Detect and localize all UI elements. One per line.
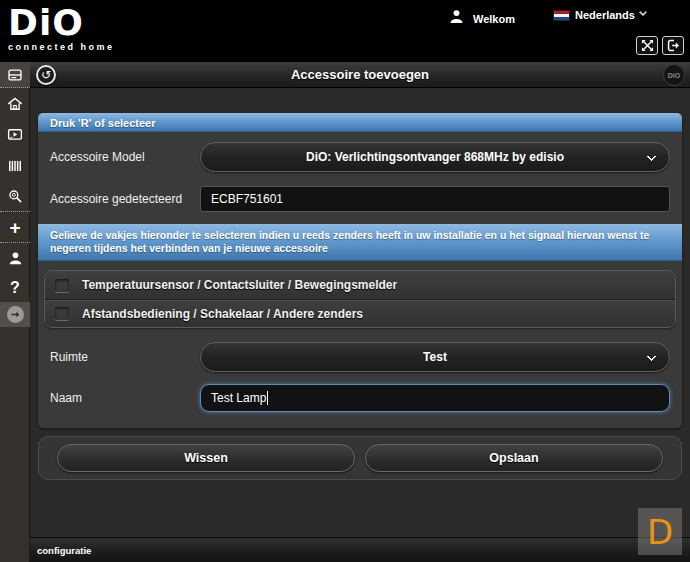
- user-icon: [7, 250, 24, 267]
- sidebar-item-detect[interactable]: [0, 181, 30, 212]
- save-button[interactable]: Opslaan: [365, 444, 663, 472]
- detected-id-value: ECBF751601: [211, 192, 283, 206]
- detected-id-field[interactable]: ECBF751601: [200, 186, 670, 212]
- welcome-area: Welkom: [448, 8, 515, 29]
- ignore-senders-group: Temperatuursensor / Contactsluiter / Bew…: [44, 270, 676, 328]
- model-value: DiO: Verlichtingsontvanger 868MHz by edi…: [306, 150, 564, 164]
- room-dropdown[interactable]: Test: [200, 342, 670, 372]
- name-row: Naam Test Lamp: [38, 384, 682, 428]
- room-value: Test: [423, 350, 447, 364]
- language-label: Nederlands: [575, 9, 635, 21]
- watermark-badge: D: [638, 508, 682, 555]
- action-buttons-panel: Wissen Opslaan: [38, 436, 682, 480]
- text-caret: [267, 391, 268, 405]
- sidebar-item-help[interactable]: ?: [0, 274, 30, 302]
- home-icon: [6, 95, 24, 113]
- hint-banner: Druk 'R' of selecteer: [38, 113, 682, 132]
- drive-icon: [6, 66, 24, 84]
- sensors-checkbox[interactable]: [55, 279, 69, 292]
- logout-icon: [667, 39, 680, 52]
- fullscreen-icon: [641, 39, 654, 52]
- user-avatar-icon: [448, 8, 465, 29]
- radiator-icon: [6, 157, 24, 175]
- detected-row: Accessoire gedetecteerd ECBF751601: [38, 186, 682, 212]
- footer-config-label: configuratie: [37, 545, 91, 556]
- room-label: Ruimte: [50, 350, 200, 364]
- chevron-down-icon: [647, 152, 657, 162]
- main-content: Druk 'R' of selecteer Accessoire Model D…: [30, 88, 690, 537]
- fullscreen-button[interactable]: [636, 36, 658, 55]
- sidebar-item-add-accessory[interactable]: +: [0, 212, 30, 243]
- logo-tagline: connected home: [8, 42, 115, 52]
- room-row: Ruimte Test: [38, 342, 682, 372]
- sidebar-item-heating[interactable]: [0, 150, 30, 181]
- sidebar-item-users[interactable]: [0, 243, 30, 274]
- logo-text: DiO: [8, 4, 115, 42]
- logout-button[interactable]: [662, 36, 684, 55]
- window-controls: [636, 36, 684, 55]
- page-header: ↺ Accessoire toevoegen DiO: [30, 62, 690, 88]
- add-icon: +: [9, 218, 20, 237]
- detected-label: Accessoire gedetecteerd: [50, 192, 200, 206]
- model-row: Accessoire Model DiO: Verlichtingsontvan…: [38, 142, 682, 172]
- footer-bar: configuratie: [30, 537, 690, 562]
- sidebar-item-next[interactable]: [0, 302, 30, 327]
- checkbox-row-sensors[interactable]: Temperatuursensor / Contactsluiter / Bew…: [45, 271, 675, 299]
- dio-badge-icon: DiO: [663, 64, 685, 86]
- model-dropdown[interactable]: DiO: Verlichtingsontvanger 868MHz by edi…: [200, 142, 670, 172]
- clear-button[interactable]: Wissen: [57, 444, 355, 472]
- remotes-checkbox[interactable]: [55, 307, 69, 320]
- language-selector[interactable]: Nederlands: [553, 9, 646, 21]
- top-header: DiO connected home Welkom Nederlands: [0, 0, 690, 62]
- sensors-checkbox-label: Temperatuursensor / Contactsluiter / Bew…: [82, 278, 397, 292]
- info-banner: Gelieve de vakjes hieronder te selectere…: [38, 224, 682, 261]
- name-input[interactable]: Test Lamp: [200, 384, 670, 412]
- name-label: Naam: [50, 391, 200, 405]
- netherlands-flag-icon: [553, 10, 570, 21]
- search-icon: [6, 187, 24, 205]
- checkbox-row-remotes[interactable]: Afstandsbediening / Schakelaar / Andere …: [45, 299, 675, 327]
- remotes-checkbox-label: Afstandsbediening / Schakelaar / Andere …: [82, 307, 363, 321]
- next-arrow-icon: [7, 306, 24, 323]
- chevron-down-icon: [639, 8, 647, 16]
- sidebar-item-home[interactable]: [0, 88, 30, 119]
- chevron-down-icon: [647, 352, 657, 362]
- media-player-icon: [6, 126, 24, 144]
- page-title: Accessoire toevoegen: [30, 67, 690, 82]
- welcome-label: Welkom: [473, 13, 515, 25]
- model-label: Accessoire Model: [50, 150, 200, 164]
- sidebar: + ?: [0, 62, 30, 562]
- help-icon: ?: [10, 280, 20, 296]
- sidebar-item-scenarios[interactable]: [0, 119, 30, 150]
- accessory-form-panel: Druk 'R' of selecteer Accessoire Model D…: [38, 113, 682, 428]
- dio-logo: DiO connected home: [8, 4, 115, 52]
- watermark-letter: D: [647, 515, 673, 549]
- sidebar-item-drive[interactable]: [0, 62, 30, 88]
- name-input-value: Test Lamp: [211, 391, 266, 405]
